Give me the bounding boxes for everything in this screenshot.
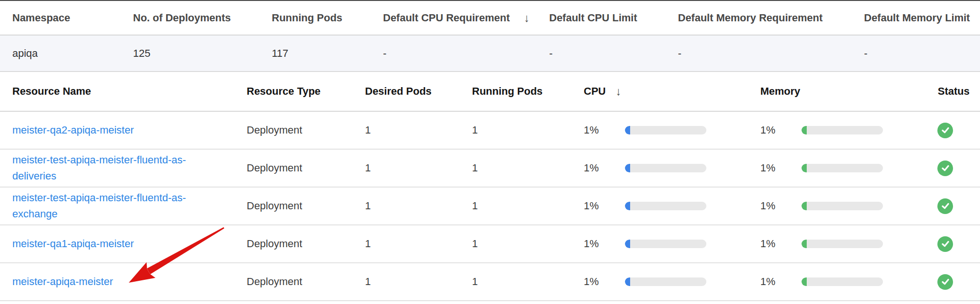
status-cell [937, 198, 980, 214]
cpu-usage-bar [625, 240, 706, 248]
memory-usage-bar [802, 126, 883, 134]
cpu-usage-bar [625, 164, 706, 172]
memory-usage-bar [802, 277, 883, 286]
running-pods-count: 117 [272, 47, 383, 60]
default-memory-requirement-value: - [678, 47, 864, 60]
resource-name-cell: meister-qa2-apiqa-meister [0, 122, 247, 138]
cpu-percent-value: 1% [584, 200, 625, 212]
col-header-status[interactable]: Status [937, 85, 980, 98]
col-header-memory-requirement[interactable]: Default Memory Requirement [678, 12, 864, 24]
resource-name-link[interactable]: meister-qa1-apiqa-meister [12, 236, 134, 252]
col-header-running-pods[interactable]: Running Pods [472, 85, 584, 98]
desired-pods-value: 1 [365, 162, 472, 174]
desired-pods-value: 1 [365, 200, 472, 212]
cpu-percent-value: 1% [584, 238, 625, 250]
resource-type-value: Deployment [247, 124, 365, 136]
sort-descending-icon: ↓ [524, 12, 530, 24]
memory-usage-bar-fill [802, 240, 807, 248]
status-ok-icon [937, 236, 953, 252]
cpu-usage-bar-fill [625, 126, 630, 134]
memory-percent-value: 1% [760, 162, 802, 174]
memory-usage-bar-fill [802, 164, 807, 172]
table-row: meister-test-apiqa-meister-fluentd-as-de… [0, 150, 980, 188]
memory-cell: 1% [760, 162, 937, 174]
resource-name-cell: meister-qa1-apiqa-meister [0, 236, 247, 252]
cpu-percent-value: 1% [584, 162, 625, 174]
resource-type-value: Deployment [247, 238, 365, 250]
cpu-cell: 1% [584, 238, 760, 250]
sort-descending-icon: ↓ [615, 86, 621, 97]
cpu-usage-bar-fill [625, 240, 630, 248]
resource-table: Resource Name Resource Type Desired Pods… [0, 72, 980, 301]
col-header-desired-pods[interactable]: Desired Pods [365, 85, 472, 98]
desired-pods-value: 1 [365, 124, 472, 136]
cpu-usage-bar [625, 277, 706, 286]
col-header-memory-limit[interactable]: Default Memory Limit [864, 12, 980, 24]
resource-type-value: Deployment [247, 162, 365, 174]
deployments-count: 125 [133, 47, 272, 60]
namespace-detail-page: Namespace No. of Deployments Running Pod… [0, 0, 980, 304]
table-row: meister-apiqa-meister Deployment 1 1 1% … [0, 263, 980, 301]
running-pods-value: 1 [472, 276, 584, 288]
cpu-cell: 1% [584, 276, 760, 288]
default-cpu-requirement-value: - [383, 47, 549, 60]
memory-usage-bar-fill [802, 126, 807, 134]
memory-usage-bar-fill [802, 277, 807, 286]
cpu-usage-bar [625, 202, 706, 210]
col-header-namespace[interactable]: Namespace [0, 12, 133, 24]
memory-usage-bar [802, 240, 883, 248]
memory-usage-bar [802, 202, 883, 210]
cpu-usage-bar-fill [625, 277, 630, 286]
memory-cell: 1% [760, 276, 937, 288]
col-header-cpu-requirement[interactable]: Default CPU Requirement ↓ [383, 12, 549, 24]
memory-percent-value: 1% [760, 276, 802, 288]
namespace-table-header: Namespace No. of Deployments Running Pod… [0, 1, 980, 36]
cpu-cell: 1% [584, 200, 760, 212]
resource-name-cell: meister-test-apiqa-meister-fluentd-as-ex… [0, 190, 247, 222]
cpu-usage-bar-fill [625, 164, 630, 172]
running-pods-value: 1 [472, 200, 584, 212]
running-pods-value: 1 [472, 124, 584, 136]
desired-pods-value: 1 [365, 238, 472, 250]
status-ok-icon [937, 274, 953, 290]
col-header-deployments[interactable]: No. of Deployments [133, 12, 272, 24]
memory-percent-value: 1% [760, 124, 802, 136]
col-header-cpu-requirement-label: Default CPU Requirement [383, 12, 510, 24]
col-header-running-pods[interactable]: Running Pods [272, 12, 383, 24]
col-header-cpu-limit[interactable]: Default CPU Limit [549, 12, 678, 24]
col-header-resource-name[interactable]: Resource Name [0, 85, 247, 98]
resource-name-cell: meister-test-apiqa-meister-fluentd-as-de… [0, 152, 247, 184]
resource-table-header: Resource Name Resource Type Desired Pods… [0, 72, 980, 112]
resource-name-link[interactable]: meister-apiqa-meister [12, 274, 113, 290]
resource-name-cell: meister-apiqa-meister [0, 274, 247, 290]
memory-cell: 1% [760, 124, 937, 136]
resource-name-link[interactable]: meister-test-apiqa-meister-fluentd-as-ex… [12, 190, 211, 222]
memory-cell: 1% [760, 200, 937, 212]
resource-type-value: Deployment [247, 276, 365, 288]
status-ok-icon [937, 123, 953, 138]
default-cpu-limit-value: - [549, 47, 678, 60]
status-cell [937, 123, 980, 138]
memory-percent-value: 1% [760, 200, 802, 212]
desired-pods-value: 1 [365, 276, 472, 288]
resource-name-link[interactable]: meister-qa2-apiqa-meister [12, 122, 134, 138]
status-cell [937, 274, 980, 290]
col-header-cpu[interactable]: CPU ↓ [584, 85, 760, 98]
namespace-table: Namespace No. of Deployments Running Pod… [0, 1, 980, 72]
table-row: meister-qa2-apiqa-meister Deployment 1 1… [0, 112, 980, 150]
col-header-memory[interactable]: Memory [760, 85, 937, 98]
cpu-percent-value: 1% [584, 276, 625, 288]
status-cell [937, 161, 980, 176]
table-row: meister-qa1-apiqa-meister Deployment 1 1… [0, 225, 980, 263]
resource-name-link[interactable]: meister-test-apiqa-meister-fluentd-as-de… [12, 152, 211, 184]
namespace-row-apiqa: apiqa 125 117 - - - - [0, 36, 980, 72]
memory-usage-bar-fill [802, 202, 807, 210]
cpu-usage-bar [625, 126, 706, 134]
resource-type-value: Deployment [247, 200, 365, 212]
col-header-resource-type[interactable]: Resource Type [247, 85, 365, 98]
running-pods-value: 1 [472, 238, 584, 250]
table-row: meister-test-apiqa-meister-fluentd-as-ex… [0, 188, 980, 225]
cpu-usage-bar-fill [625, 202, 630, 210]
cpu-cell: 1% [584, 124, 760, 136]
namespace-value: apiqa [0, 47, 133, 60]
